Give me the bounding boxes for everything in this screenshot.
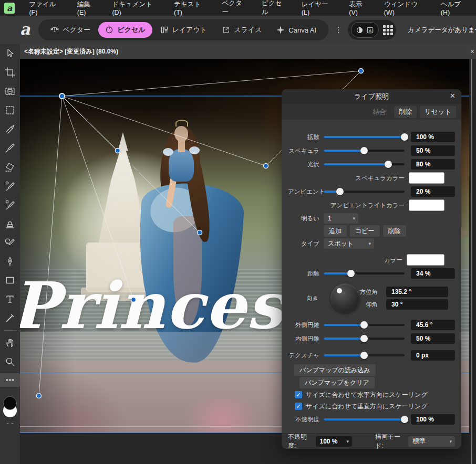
menu-pixel[interactable]: ピクセル xyxy=(255,0,295,16)
selection-brush-tool[interactable] xyxy=(0,82,20,101)
paint-brush-tool[interactable] xyxy=(0,139,20,157)
reset-button[interactable]: リセット xyxy=(420,106,456,118)
menu-text[interactable]: テキスト(T) xyxy=(167,0,215,16)
more-tools-button[interactable] xyxy=(0,373,20,387)
outer-cone-slider[interactable] xyxy=(324,324,405,326)
rectangle-icon xyxy=(5,275,15,286)
outer-cone-slider-thumb[interactable] xyxy=(360,321,368,329)
pen-tool[interactable] xyxy=(0,252,20,271)
ambient-value[interactable]: 20 % xyxy=(411,186,455,197)
opacity-slider[interactable] xyxy=(324,418,405,420)
light-handle[interactable] xyxy=(116,149,120,153)
outer-cone-value[interactable]: 45.6 ° xyxy=(411,320,455,330)
app-logo-icon[interactable]: a xyxy=(4,3,15,14)
marquee-tool[interactable] xyxy=(0,101,20,120)
eraser-tool[interactable] xyxy=(0,157,20,176)
menu-document[interactable]: ドキュメント(D) xyxy=(105,0,167,16)
vertical-scrollbar[interactable] xyxy=(471,59,472,464)
foreground-color-swatch[interactable] xyxy=(3,396,17,410)
azimuth-value[interactable]: 135.2 ° xyxy=(386,287,448,297)
elevation-value[interactable]: 30 ° xyxy=(386,299,448,310)
menu-file[interactable]: ファイル(F) xyxy=(22,0,70,16)
persona-pixel[interactable]: ピクセル xyxy=(98,22,152,38)
color-replacement-brush-tool[interactable] xyxy=(0,176,20,195)
scale-horizontal-checkbox[interactable]: ✓ xyxy=(295,391,302,398)
pixel-tool[interactable] xyxy=(0,195,20,214)
text-tool[interactable] xyxy=(0,290,20,309)
menu-window[interactable]: ウィンドウ(W) xyxy=(377,0,434,16)
menu-layer[interactable]: レイヤー(L) xyxy=(295,0,342,16)
scale-vertical-checkbox[interactable]: ✓ xyxy=(295,403,302,410)
persona-slice[interactable]: スライス xyxy=(215,22,268,38)
mixer-brush-tool[interactable] xyxy=(0,120,20,139)
copy-light-button[interactable]: コピー xyxy=(350,225,380,237)
ambient-slider[interactable] xyxy=(324,191,405,193)
persona-canva-ai[interactable]: Canva AI xyxy=(270,22,323,38)
inner-cone-slider[interactable] xyxy=(324,338,405,340)
persona-layout[interactable]: レイアウト xyxy=(153,22,214,38)
texture-slider[interactable] xyxy=(324,354,405,356)
add-light-button[interactable]: 追加 xyxy=(324,225,347,237)
distance-value[interactable]: 34 % xyxy=(411,268,455,279)
clear-bump-map-button[interactable]: バンプマップをクリア xyxy=(299,377,375,388)
toolbar-overflow-menu[interactable]: ⋮ xyxy=(335,25,343,35)
inner-cone-value[interactable]: 50 % xyxy=(411,333,455,344)
color-picker-tool[interactable] xyxy=(0,309,20,328)
light-handle[interactable] xyxy=(264,164,268,168)
clone-stamp-tool[interactable] xyxy=(0,214,20,233)
footer-opacity-select[interactable]: 100 %▾ xyxy=(316,436,353,447)
studio-presets-icon[interactable] xyxy=(383,25,393,35)
delete-light-button[interactable]: 削除 xyxy=(383,225,406,237)
diffuse-value[interactable]: 100 % xyxy=(411,132,455,142)
texture-slider-thumb[interactable] xyxy=(360,352,368,359)
shininess-slider-thumb[interactable] xyxy=(385,161,392,168)
light-handle[interactable] xyxy=(59,93,65,99)
specular-value[interactable]: 50 % xyxy=(411,145,455,156)
diffuse-slider-thumb[interactable] xyxy=(401,133,408,141)
view-tool[interactable] xyxy=(0,333,20,352)
ambient-slider-thumb[interactable] xyxy=(336,188,344,195)
swap-colors-icon[interactable]: ⌄⌄ xyxy=(6,419,15,425)
distance-slider[interactable] xyxy=(324,272,405,275)
direction-knob[interactable] xyxy=(330,283,360,313)
crop-tool[interactable] xyxy=(0,63,20,82)
light-handle[interactable] xyxy=(131,298,136,302)
shininess-slider[interactable] xyxy=(324,163,405,165)
opacity-slider-thumb[interactable] xyxy=(401,416,408,423)
undo-brush-tool[interactable] xyxy=(0,233,20,252)
light-handle[interactable] xyxy=(359,69,364,73)
shininess-value[interactable]: 80 % xyxy=(411,159,455,170)
load-bump-map-button[interactable]: バンプマップの読み込み xyxy=(294,364,376,376)
inner-cone-slider-thumb[interactable] xyxy=(360,335,368,342)
tab-close-icon[interactable]: × xyxy=(470,47,474,56)
ambient-color-swatch[interactable] xyxy=(409,199,444,211)
assistant-toggle[interactable]: A xyxy=(351,22,379,38)
merge-button[interactable]: 結合 xyxy=(368,106,391,118)
menu-help[interactable]: ヘルプ(H) xyxy=(434,0,476,16)
specular-color-swatch[interactable] xyxy=(409,172,444,184)
texture-value[interactable]: 0 px xyxy=(411,350,455,361)
light-handle[interactable] xyxy=(37,394,42,398)
panel-header[interactable]: ライブ照明 × xyxy=(282,89,461,104)
distance-slider-thumb[interactable] xyxy=(347,270,355,277)
light-handle[interactable] xyxy=(198,230,202,235)
persona-vector[interactable]: ベクター xyxy=(44,22,97,38)
type-select[interactable]: スポット▾ xyxy=(324,238,374,249)
move-tool[interactable] xyxy=(0,44,20,63)
menu-vector[interactable]: ベクター xyxy=(215,0,255,16)
menu-edit[interactable]: 編集(E) xyxy=(70,0,106,16)
panel-close-icon[interactable]: × xyxy=(450,91,455,101)
footer-blend-select[interactable]: 標準▾ xyxy=(408,436,455,447)
light-select[interactable]: 1▾ xyxy=(324,213,358,224)
delete-filter-button[interactable]: 削除 xyxy=(394,106,417,118)
diffuse-slider[interactable] xyxy=(324,136,405,138)
zoom-tool[interactable] xyxy=(0,352,20,371)
shape-tool[interactable] xyxy=(0,271,20,290)
specular-slider-thumb[interactable] xyxy=(360,147,368,154)
color-swatches[interactable] xyxy=(2,396,18,418)
document-tab[interactable]: <名称未設定> [変更済み] (80.0%) xyxy=(20,47,118,56)
menu-view[interactable]: 表示(V) xyxy=(342,0,377,16)
opacity-value[interactable]: 100 % xyxy=(411,414,455,425)
specular-slider[interactable] xyxy=(324,150,405,152)
light-color-swatch[interactable] xyxy=(407,254,444,266)
